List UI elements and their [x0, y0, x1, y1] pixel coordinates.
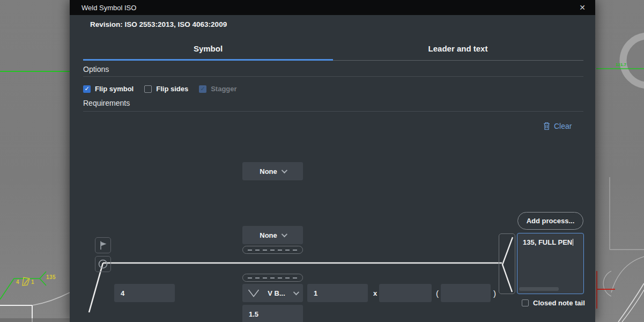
finish-line-toggle-bottom[interactable] [242, 274, 303, 282]
flip-symbol-label: Flip symbol [95, 85, 134, 93]
note-tail-shape [499, 233, 515, 294]
tab-divider [333, 60, 583, 61]
weld-symbol-dialog: Weld Symbol ISO ✕ Revision: ISO 2553:201… [70, 0, 595, 322]
paren-close-label: ) [493, 284, 496, 302]
close-icon[interactable]: ✕ [574, 0, 591, 15]
circle-icon [98, 259, 108, 269]
cad-drawing-right [595, 0, 644, 322]
text-cursor [573, 239, 573, 246]
clear-button[interactable]: Clear [543, 122, 572, 130]
options-checkbox-row: ✓ Flip symbol Flip sides ✓ Stagger [83, 85, 242, 93]
cad-dimension-label: 121.7 [616, 62, 626, 67]
dialog-title: Weld Symbol ISO [82, 4, 136, 12]
cad-weld-process-label: 135 [46, 274, 56, 280]
stagger-checkbox: ✓ Stagger [199, 85, 236, 93]
tab-symbol[interactable]: Symbol [83, 44, 333, 53]
weld-count-input[interactable]: 1 [307, 284, 368, 302]
finish-line-toggle-top[interactable] [242, 246, 303, 254]
app-viewport: 4 1 135 121.7 Weld Symbol ISO ✕ Revision… [0, 0, 644, 322]
cad-drawing-left [0, 0, 70, 322]
chevron-down-icon [282, 231, 287, 237]
flip-sides-checkbox[interactable]: Flip sides [144, 85, 188, 93]
closed-note-tail-label: Closed note tail [533, 299, 585, 307]
requirements-header: Requirements [83, 99, 130, 107]
tab-leader-and-text[interactable]: Leader and text [333, 44, 583, 53]
weld-count-value: 1 [314, 289, 317, 297]
v-weld-symbol-icon [248, 289, 260, 297]
active-tab-indicator [83, 59, 333, 61]
dialog-titlebar[interactable]: Weld Symbol ISO ✕ [70, 0, 595, 15]
weld-pitch-input[interactable] [441, 284, 491, 302]
cad-weld-count-label: 1 [31, 279, 34, 285]
dashed-line-icon [248, 277, 298, 279]
field-weld-flag-button[interactable] [95, 237, 111, 253]
cad-weld-size-label: 4 [16, 279, 19, 285]
weld-all-around-button[interactable] [95, 256, 111, 272]
weld-type-dropdown[interactable]: V B... [242, 284, 303, 302]
add-process-button[interactable]: Add process... [517, 212, 583, 230]
paren-open-label: ( [436, 284, 439, 302]
flip-symbol-checkbox[interactable]: ✓ Flip symbol [83, 85, 134, 93]
checkbox-unchecked-icon[interactable] [144, 85, 152, 93]
note-text-value: 135, FULL PEN [523, 238, 572, 246]
revision-text: Revision: ISO 2553:2013, ISO 4063:2009 [90, 20, 227, 28]
open-tail-icon [499, 234, 516, 295]
weld-length-input[interactable] [379, 284, 432, 302]
weld-size-input[interactable]: 4 [114, 284, 175, 302]
trash-icon [543, 122, 550, 130]
note-text-area[interactable]: 135, FULL PEN [517, 233, 584, 294]
closed-note-tail-checkbox[interactable] [522, 299, 529, 306]
checkbox-checked-icon[interactable]: ✓ [83, 85, 91, 93]
chevron-down-icon [282, 167, 287, 173]
other-side-symbol-dropdown[interactable]: None [242, 162, 303, 180]
divider [83, 111, 583, 112]
chevron-down-icon [293, 289, 299, 295]
weld-depth-input[interactable]: 1.5 [242, 305, 303, 322]
flag-icon [98, 240, 108, 251]
arrow-side-symbol-dropdown[interactable]: None [242, 226, 303, 244]
clear-label: Clear [554, 122, 572, 130]
flip-sides-label: Flip sides [156, 85, 188, 93]
weld-depth-value: 1.5 [249, 310, 258, 318]
weld-size-value: 4 [121, 289, 124, 297]
options-header: Options [83, 65, 109, 74]
arrow-side-symbol-value: None [260, 231, 277, 239]
checkbox-disabled-icon: ✓ [199, 85, 206, 93]
stagger-label: Stagger [211, 85, 236, 93]
dashed-line-icon [248, 250, 298, 251]
multiply-label: x [373, 284, 377, 302]
weld-type-value: V B... [268, 289, 285, 297]
closed-note-tail-row: Closed note tail [522, 299, 585, 307]
divider [83, 76, 583, 77]
other-side-symbol-value: None [260, 167, 277, 175]
note-scrollbar[interactable] [519, 287, 559, 291]
